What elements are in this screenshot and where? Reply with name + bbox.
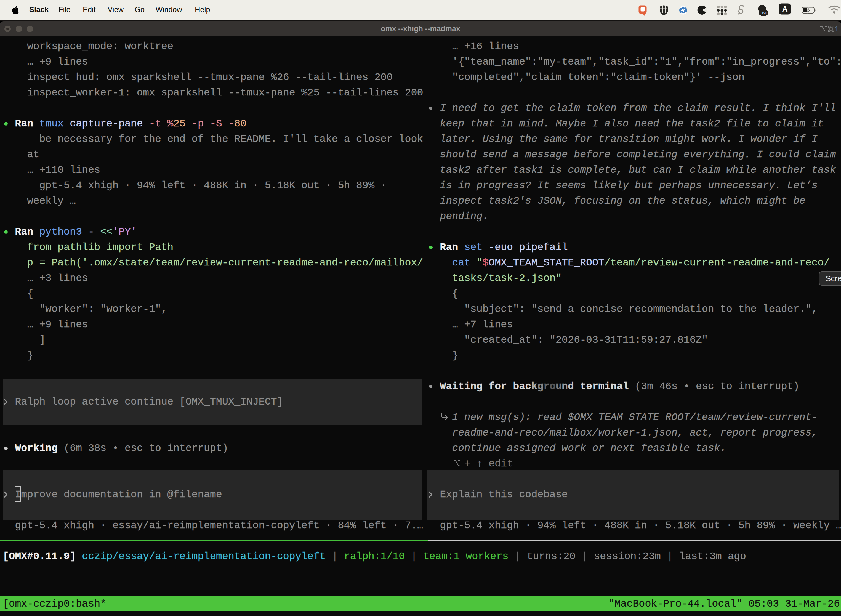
svg-text:1: 1 xyxy=(835,26,838,32)
svg-text:..61: ..61 xyxy=(760,10,767,15)
svg-text:A: A xyxy=(782,5,787,13)
